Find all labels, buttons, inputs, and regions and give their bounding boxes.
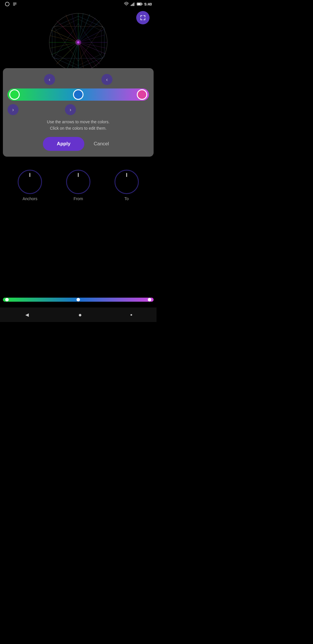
svg-line-14 xyxy=(78,21,100,42)
svg-rect-11 xyxy=(142,3,142,5)
instructions-text: Use the arrows to move the colors. Click… xyxy=(8,119,149,132)
nav-row-top: ‹ ‹ xyxy=(8,74,149,85)
viz-area xyxy=(0,8,156,76)
svg-rect-1 xyxy=(13,3,17,3)
svg-line-20 xyxy=(57,21,78,42)
prev-right-button[interactable]: ‹ xyxy=(101,74,112,85)
svg-rect-2 xyxy=(13,4,17,4)
svg-line-39 xyxy=(59,23,78,42)
menu-icon xyxy=(12,1,17,7)
color-edit-dialog: ‹ ‹ › › Use the arrows to move the color… xyxy=(3,68,154,157)
svg-line-16 xyxy=(78,42,100,64)
svg-rect-8 xyxy=(134,3,134,6)
svg-point-0 xyxy=(5,2,9,6)
svg-line-22 xyxy=(78,29,104,42)
battery-icon xyxy=(137,2,143,6)
svg-rect-5 xyxy=(131,5,131,6)
expand-icon xyxy=(140,15,146,21)
svg-rect-7 xyxy=(133,3,133,6)
next-left-button[interactable]: › xyxy=(8,104,19,115)
svg-rect-6 xyxy=(132,4,132,6)
chevron-left-icon: ‹ xyxy=(49,77,50,83)
dialog-overlay: ‹ ‹ › › Use the arrows to move the color… xyxy=(0,68,156,322)
instruction-line1: Use the arrows to move the colors. xyxy=(47,120,110,124)
circle-icon xyxy=(5,1,10,7)
svg-line-26 xyxy=(51,42,78,55)
prev-left-button[interactable]: ‹ xyxy=(44,74,55,85)
apply-button[interactable]: Apply xyxy=(43,137,84,151)
action-row: Apply Cancel xyxy=(8,137,149,151)
color-slider-track[interactable] xyxy=(8,88,149,101)
status-left-icons xyxy=(5,1,17,7)
status-right-icons: 5:40 xyxy=(124,2,152,6)
chevron-right-icon: › xyxy=(12,107,14,113)
chevron-right2-icon: › xyxy=(70,107,71,113)
svg-rect-3 xyxy=(13,5,15,6)
cancel-button[interactable]: Cancel xyxy=(89,137,114,151)
status-bar: 5:40 xyxy=(0,0,156,8)
mandala-svg xyxy=(48,12,109,73)
expand-button[interactable] xyxy=(136,11,150,24)
mandala-visual xyxy=(48,12,109,73)
signal-icon xyxy=(130,2,135,6)
svg-line-23 xyxy=(78,42,106,54)
next-center-button[interactable]: › xyxy=(65,104,76,115)
wifi-icon xyxy=(124,2,129,6)
nav-row-bottom: › › xyxy=(8,104,149,115)
svg-rect-10 xyxy=(137,3,141,5)
instruction-line2: Click on the colors to edit them. xyxy=(50,126,106,131)
chevron-left2-icon: ‹ xyxy=(106,77,108,83)
svg-line-27 xyxy=(51,30,78,42)
time-display: 5:40 xyxy=(144,2,152,6)
color-stop-pink[interactable] xyxy=(137,89,147,100)
svg-point-4 xyxy=(126,5,127,6)
svg-line-31 xyxy=(78,35,104,42)
color-stop-blue[interactable] xyxy=(73,89,83,100)
svg-line-29 xyxy=(78,13,83,42)
svg-line-34 xyxy=(78,42,84,71)
color-stop-green[interactable] xyxy=(9,89,20,100)
svg-point-46 xyxy=(77,41,79,44)
